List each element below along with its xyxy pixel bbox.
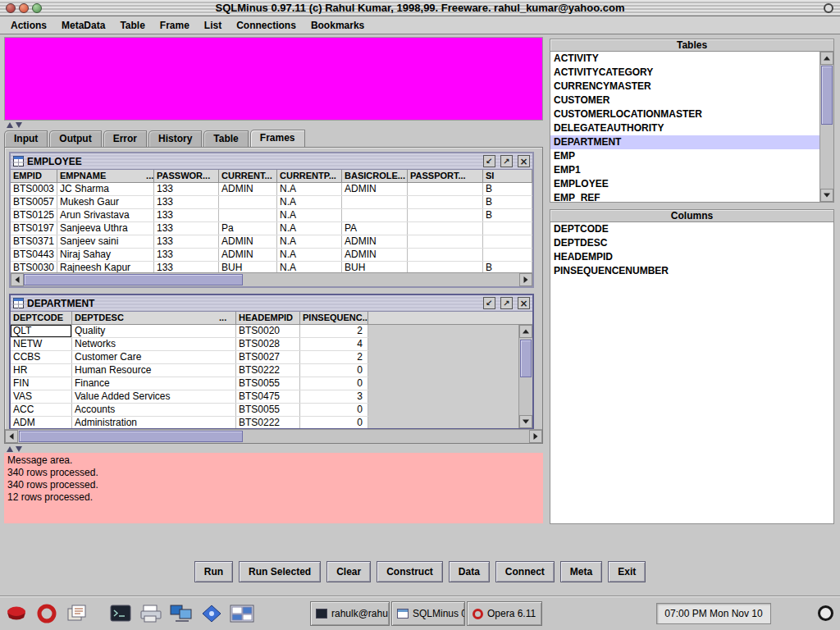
list-item[interactable]: EMP: [550, 149, 819, 163]
sql-input-area[interactable]: [4, 37, 543, 121]
table-row[interactable]: CCBS Customer Care BTS0027 2: [11, 351, 368, 364]
cell[interactable]: [219, 196, 277, 208]
cell[interactable]: CCBS: [11, 351, 72, 363]
terminal-icon[interactable]: [107, 600, 134, 628]
list-item[interactable]: CUSTOMER: [550, 94, 819, 107]
action-button[interactable]: Meta: [560, 561, 602, 582]
table-rows[interactable]: QLT Quality BTS0020 2 NETW Networks BTS0…: [11, 325, 368, 428]
cell[interactable]: N.A: [277, 222, 342, 235]
scroll-left-icon[interactable]: [11, 273, 24, 286]
list-item[interactable]: DELEGATEAUTHORITY: [550, 121, 819, 135]
frame-close-button[interactable]: ×: [518, 297, 530, 309]
window-titlebar[interactable]: SQLMinus 0.97.11 (c) Rahul Kumar, 1998,9…: [0, 0, 840, 16]
cell[interactable]: Customer Care: [72, 351, 236, 363]
table-row[interactable]: FIN Finance BTS0055 0: [11, 377, 368, 390]
header-cell[interactable]: EMPNAME ...: [57, 170, 154, 182]
redhat-icon[interactable]: [3, 600, 30, 628]
scroll-down-icon[interactable]: [519, 415, 532, 428]
cell[interactable]: ADMIN: [342, 183, 408, 195]
cell[interactable]: BTS0222: [236, 417, 300, 428]
scrollbar-thumb[interactable]: [24, 274, 243, 285]
cell[interactable]: 2: [300, 351, 368, 363]
cell[interactable]: NETW: [11, 338, 72, 350]
cell[interactable]: Administration: [72, 417, 236, 428]
cell[interactable]: 2: [300, 325, 368, 337]
cell[interactable]: ADMIN: [219, 235, 277, 248]
cell[interactable]: [408, 209, 483, 221]
scroll-up-icon[interactable]: [820, 52, 833, 65]
cell[interactable]: Mukesh Gaur: [57, 196, 154, 208]
tab[interactable]: Error: [103, 130, 147, 147]
frame-maximize-button[interactable]: ↗: [500, 155, 513, 167]
cell[interactable]: 3: [300, 390, 368, 403]
cell[interactable]: Networks: [72, 338, 236, 350]
action-button[interactable]: Construct: [377, 561, 443, 582]
tab[interactable]: Table: [203, 130, 248, 147]
list-item[interactable]: DEPTCODE: [550, 222, 833, 236]
cell[interactable]: [483, 249, 532, 261]
tab[interactable]: Frames: [250, 130, 305, 147]
cell[interactable]: ADMIN: [219, 249, 277, 261]
vertical-scrollbar[interactable]: [819, 52, 833, 202]
cell[interactable]: ADM: [11, 417, 72, 428]
splitter-collapse-down-icon[interactable]: [16, 446, 22, 452]
frame-titlebar[interactable]: EMPLOYEE ↙ ↗ ×: [11, 153, 532, 170]
horizontal-scrollbar[interactable]: [11, 272, 532, 286]
cell[interactable]: QLT: [11, 325, 72, 337]
cell[interactable]: Accounts: [72, 404, 236, 416]
table-header[interactable]: EMPID EMPNAME ... PASSWOR... CURRENT... …: [11, 170, 532, 183]
menu-item[interactable]: Actions: [3, 18, 54, 33]
frame-maximize-button[interactable]: ↗: [500, 297, 513, 309]
table-row[interactable]: VAS Value Added Services BTS0475 3: [11, 390, 368, 404]
header-cell[interactable]: PASSWOR...: [154, 170, 219, 182]
cell[interactable]: Sanjeeva Uthra: [57, 222, 154, 235]
desktop-horizontal-scrollbar[interactable]: [5, 429, 542, 443]
splitter-collapse-down-icon[interactable]: [16, 122, 22, 128]
scrollbar-track[interactable]: [519, 338, 532, 415]
cell[interactable]: 133: [154, 235, 219, 248]
list-item[interactable]: HEADEMPID: [550, 250, 833, 264]
cell[interactable]: BTS0057: [11, 196, 57, 208]
task-window-button-sqlminus[interactable]: SQLMinus 0: [391, 601, 465, 626]
cell[interactable]: B: [483, 183, 532, 195]
windowshade-button[interactable]: [824, 3, 833, 13]
cell[interactable]: [483, 235, 532, 248]
message-area[interactable]: Message area. 340 rows processed. 340 ro…: [4, 453, 543, 523]
cell[interactable]: N.A: [277, 249, 342, 261]
cell[interactable]: BTS0222: [236, 364, 300, 377]
printer-icon[interactable]: [138, 600, 164, 628]
tab[interactable]: Output: [49, 130, 101, 147]
splitter-collapse-up-icon[interactable]: [7, 122, 13, 128]
table-row[interactable]: BTS0443 Niraj Sahay 133 ADMIN N.A ADMIN: [11, 249, 532, 262]
cell[interactable]: BTS0027: [236, 351, 300, 363]
cell[interactable]: B: [483, 196, 532, 208]
cell[interactable]: BTS0443: [11, 249, 57, 261]
scrollbar-track[interactable]: [820, 65, 833, 189]
splitter-top[interactable]: [4, 121, 543, 130]
menu-item[interactable]: MetaData: [54, 18, 112, 33]
cell[interactable]: BTS0055: [236, 404, 300, 416]
header-cell[interactable]: BASICROLE...: [342, 170, 408, 182]
cell[interactable]: Value Added Services: [72, 390, 236, 403]
cell[interactable]: [408, 235, 483, 248]
header-cell[interactable]: CURRENTP...: [277, 170, 342, 182]
internal-frame-employee[interactable]: EMPLOYEE ↙ ↗ × EMPID EMPNAME ... PASSWOR…: [9, 152, 534, 288]
scrollbar-track[interactable]: [24, 273, 519, 286]
cell[interactable]: 0: [300, 377, 368, 390]
cell[interactable]: BUH: [342, 262, 408, 272]
cell[interactable]: ADMIN: [342, 235, 408, 248]
table-row[interactable]: BTS0057 Mukesh Gaur 133 N.A B: [11, 196, 532, 209]
internal-frame-department[interactable]: DEPARTMENT ↙ ↗ × DEPTCODE DEPTDESC ... H…: [9, 294, 534, 430]
cell[interactable]: Arun Srivastava: [57, 209, 154, 221]
cell[interactable]: 0: [300, 364, 368, 377]
table-body[interactable]: BTS0003 JC Sharma 133 ADMIN N.A ADMIN B …: [11, 183, 532, 272]
cell[interactable]: [342, 209, 408, 221]
cell[interactable]: BTS0030: [11, 262, 57, 272]
cell[interactable]: Niraj Sahay: [57, 249, 154, 261]
header-cell[interactable]: EMPID: [11, 170, 57, 182]
workspaces-icon[interactable]: [229, 600, 255, 628]
cell[interactable]: JC Sharma: [57, 183, 154, 195]
cell[interactable]: Pa: [219, 222, 277, 235]
cell[interactable]: VAS: [11, 390, 72, 403]
table-row[interactable]: BTS0197 Sanjeeva Uthra 133 Pa N.A PA: [11, 222, 532, 235]
